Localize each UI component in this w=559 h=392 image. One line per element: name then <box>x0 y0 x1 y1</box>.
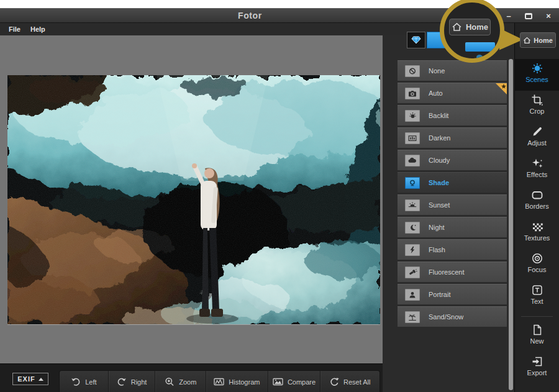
histogram-label: Histogram <box>229 378 260 386</box>
scene-label: Sand/Snow <box>429 313 463 321</box>
scene-item-sunset[interactable]: Sunset <box>398 194 507 215</box>
sunset-icon <box>405 199 420 211</box>
tool-label: Textures <box>524 234 550 242</box>
compare-label: Compare <box>288 378 316 386</box>
tool-new[interactable]: New <box>515 321 559 352</box>
tool-label: Adjust <box>527 139 547 147</box>
border-frame-icon <box>531 189 543 201</box>
moon-icon <box>405 222 420 234</box>
rotate-right-button[interactable]: Right <box>108 371 155 392</box>
diamond-gem-icon <box>411 36 421 44</box>
scene-item-none[interactable]: None <box>398 60 507 81</box>
fotor-app-window: Fotor – × File Help <box>0 0 559 392</box>
tool-export[interactable]: Export <box>515 352 559 384</box>
menu-file[interactable]: File <box>9 25 20 33</box>
export-icon <box>531 355 543 368</box>
scene-list: None Auto Backlit Darken Cloud <box>398 60 507 329</box>
scene-label: None <box>429 67 445 75</box>
scene-label: Darken <box>429 134 450 142</box>
photo-canvas[interactable] <box>7 75 380 324</box>
reset-all-label: Reset All <box>343 378 370 386</box>
tool-borders[interactable]: Borders <box>515 186 559 217</box>
scene-label: Sunset <box>429 201 450 209</box>
zoom-button[interactable]: Zoom <box>155 371 206 392</box>
target-icon <box>531 252 543 265</box>
scene-label: Auto <box>429 89 443 97</box>
enhance-gem-tab[interactable] <box>407 32 425 48</box>
tool-effects[interactable]: Effects <box>515 154 559 186</box>
sidebar-divider <box>521 316 553 317</box>
home-icon <box>523 37 531 44</box>
tool-focus[interactable]: Focus <box>515 249 559 281</box>
backlit-sun-icon <box>405 110 420 122</box>
tool-label: Effects <box>527 171 547 178</box>
tools-sidebar: Home Scenes Crop Adjust Effects Borders <box>514 23 559 392</box>
scene-label: Cloudy <box>429 157 450 164</box>
home-button[interactable]: Home <box>520 32 556 48</box>
portrait-icon <box>405 289 420 301</box>
palm-tree-icon <box>405 311 420 323</box>
rotate-left-icon <box>71 377 81 386</box>
scene-item-portrait[interactable]: Portrait <box>398 284 507 304</box>
sparkles-icon <box>531 157 543 170</box>
scene-label: Portrait <box>429 291 450 298</box>
scene-label: Backlit <box>429 112 448 119</box>
annotation-circle: Home <box>440 0 504 63</box>
histogram-icon <box>214 377 224 386</box>
maximize-button[interactable] <box>522 11 535 21</box>
compare-button[interactable]: Compare <box>268 371 320 392</box>
minimize-button[interactable]: – <box>502 11 516 21</box>
home-icon <box>452 22 462 32</box>
exif-button[interactable]: EXIF <box>12 373 48 385</box>
reset-circular-icon <box>330 377 339 386</box>
tool-scenes[interactable]: Scenes <box>515 59 559 91</box>
scene-item-backlit[interactable]: Backlit <box>398 105 507 125</box>
tool-textures[interactable]: Textures <box>515 217 559 249</box>
canvas-workspace <box>0 35 383 363</box>
scene-item-darken[interactable]: Darken <box>398 127 507 148</box>
cloud-icon <box>405 155 420 166</box>
tool-adjust[interactable]: Adjust <box>515 122 559 154</box>
scene-label: Night <box>429 224 445 231</box>
checker-icon <box>531 221 543 233</box>
scene-list-scrollbar[interactable] <box>509 59 513 390</box>
tool-text[interactable]: Text <box>515 281 559 312</box>
home-button-label: Home <box>534 37 553 44</box>
magnified-scenes-glow <box>476 55 483 60</box>
tool-label: Borders <box>525 203 549 210</box>
tool-crop[interactable]: Crop <box>515 91 559 122</box>
scene-item-fluorescent[interactable]: Fluorescent <box>398 262 507 282</box>
menu-help[interactable]: Help <box>30 25 45 33</box>
darken-icon <box>405 132 420 144</box>
magnified-blue-tab <box>465 42 495 52</box>
tool-label: Export <box>527 369 547 376</box>
pencil-icon <box>531 125 543 138</box>
reset-all-button[interactable]: Reset All <box>320 371 379 392</box>
crop-icon <box>531 94 543 106</box>
scene-item-sand-snow[interactable]: Sand/Snow <box>398 306 507 327</box>
exif-label: EXIF <box>17 375 35 383</box>
magnified-home-label: Home <box>466 22 488 32</box>
scene-item-auto[interactable]: Auto <box>398 83 507 103</box>
scene-item-shade[interactable]: Shade <box>398 172 507 193</box>
text-box-icon <box>531 284 543 296</box>
tool-label: Focus <box>528 266 547 273</box>
none-icon <box>405 65 420 77</box>
histogram-button[interactable]: Histogram <box>206 371 268 392</box>
tool-label: Text <box>530 298 543 305</box>
scene-item-flash[interactable]: Flash <box>398 239 507 260</box>
bottom-bar: EXIF Left Right Zoom Histogram Comp <box>0 363 383 392</box>
window-controls: – × <box>502 10 555 22</box>
close-button[interactable]: × <box>542 11 555 21</box>
chevron-up-icon <box>39 378 43 381</box>
rotate-left-button[interactable]: Left <box>60 371 108 392</box>
magnifier-plus-icon <box>165 377 175 386</box>
scene-item-cloudy[interactable]: Cloudy <box>398 150 507 170</box>
star-icon <box>501 84 506 89</box>
tool-label: Scenes <box>525 76 548 83</box>
scene-label: Flash <box>429 246 445 253</box>
tool-list: Scenes Crop Adjust Effects Borders Textu… <box>515 59 559 384</box>
scene-item-night[interactable]: Night <box>398 217 507 237</box>
scene-label: Fluorescent <box>429 268 464 276</box>
maximize-icon <box>525 13 532 19</box>
